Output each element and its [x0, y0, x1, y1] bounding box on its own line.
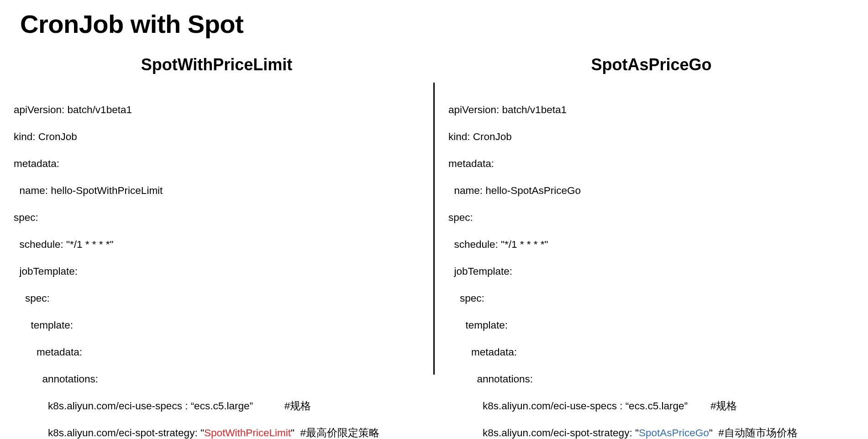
comment-spec: #规格 [284, 400, 311, 412]
comment-strategy: #自动随市场价格 [718, 427, 798, 439]
right-column-title: SpotAsPriceGo [448, 55, 854, 74]
annotation-spot-strategy-prefix: k8s.aliyun.com/eci-spot-strategy: " [14, 427, 204, 439]
page-title: CronJob with Spot [0, 0, 868, 39]
comment-strategy: #最高价限定策略 [300, 427, 379, 439]
annotation-use-specs: k8s.aliyun.com/eci-use-specs : “ecs.c5.l… [14, 400, 253, 412]
left-column-title: SpotWithPriceLimit [14, 55, 420, 74]
spot-strategy-value: SpotWithPriceLimit [204, 427, 291, 439]
right-column: SpotAsPriceGo apiVersion: batch/v1beta1 … [435, 55, 868, 429]
yaml-line: metadata: [448, 157, 854, 170]
left-yaml-block: apiVersion: batch/v1beta1 kind: CronJob … [14, 90, 420, 439]
yaml-line: k8s.aliyun.com/eci-spot-strategy: "SpotA… [448, 426, 854, 439]
yaml-line: apiVersion: batch/v1beta1 [448, 103, 854, 116]
yaml-line: k8s.aliyun.com/eci-use-specs : “ecs.c5.l… [448, 399, 854, 413]
yaml-line: annotations: [14, 372, 420, 386]
annotation-spot-strategy-suffix: " [709, 427, 713, 439]
yaml-line: kind: CronJob [14, 130, 420, 143]
yaml-line: k8s.aliyun.com/eci-use-specs : “ecs.c5.l… [14, 399, 420, 413]
annotation-use-specs: k8s.aliyun.com/eci-use-specs : “ecs.c5.l… [448, 400, 688, 412]
yaml-line: kind: CronJob [448, 130, 854, 143]
yaml-line: apiVersion: batch/v1beta1 [14, 103, 420, 116]
yaml-line: spec: [14, 211, 420, 224]
spot-strategy-value: SpotAsPriceGo [639, 427, 709, 439]
comment-spec: #规格 [710, 400, 737, 412]
right-yaml-block: apiVersion: batch/v1beta1 kind: CronJob … [448, 90, 854, 439]
yaml-line: template: [448, 319, 854, 332]
yaml-line: jobTemplate: [448, 265, 854, 278]
yaml-line: annotations: [448, 372, 854, 386]
yaml-line: name: hello-SpotWithPriceLimit [14, 184, 420, 197]
annotation-spot-strategy-prefix: k8s.aliyun.com/eci-spot-strategy: " [448, 427, 639, 439]
yaml-line: metadata: [14, 345, 420, 359]
yaml-line: template: [14, 319, 420, 332]
annotation-spot-strategy-suffix: " [291, 427, 295, 439]
yaml-line: name: hello-SpotAsPriceGo [448, 184, 854, 197]
yaml-line: spec: [448, 292, 854, 305]
yaml-line: spec: [448, 211, 854, 224]
yaml-line: k8s.aliyun.com/eci-spot-strategy: "SpotW… [14, 426, 420, 439]
left-column: SpotWithPriceLimit apiVersion: batch/v1b… [0, 55, 433, 429]
yaml-line: metadata: [14, 157, 420, 170]
yaml-line: spec: [14, 292, 420, 305]
yaml-line: schedule: "*/1 * * * *" [448, 238, 854, 251]
yaml-line: metadata: [448, 345, 854, 359]
yaml-line: schedule: "*/1 * * * *" [14, 238, 420, 251]
yaml-line: jobTemplate: [14, 265, 420, 278]
columns-container: SpotWithPriceLimit apiVersion: batch/v1b… [0, 55, 868, 429]
